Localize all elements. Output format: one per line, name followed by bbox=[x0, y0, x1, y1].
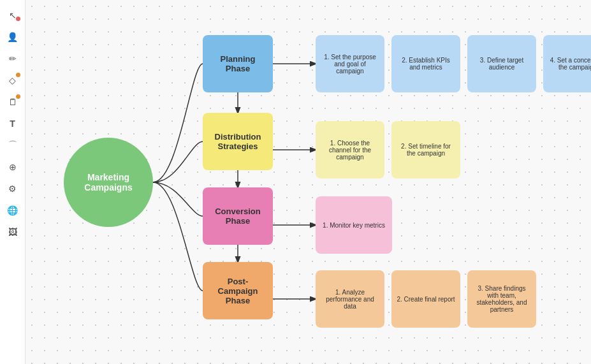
planning-card-4[interactable]: 4. Set a concept for the campaign bbox=[543, 35, 591, 92]
image-icon[interactable]: 🖼 bbox=[4, 223, 22, 241]
network-icon[interactable]: ⊕ bbox=[4, 158, 22, 176]
phase-postcampaign[interactable]: Post-Campaign Phase bbox=[203, 262, 273, 319]
globe-icon[interactable]: 🌐 bbox=[4, 201, 22, 219]
conversion-card-1[interactable]: 1. Monitor key metrics bbox=[316, 196, 392, 254]
planning-card-3[interactable]: 3. Define target audience bbox=[467, 35, 536, 92]
planning-card-1[interactable]: 1. Set the purpose and goal of campaign bbox=[316, 35, 384, 92]
postcampaign-card-1[interactable]: 1. Analyze performance and data bbox=[316, 270, 384, 328]
phase-conversion[interactable]: Conversion Phase bbox=[203, 187, 273, 245]
postcampaign-card-3[interactable]: 3. Share findings with team, stakeholder… bbox=[467, 270, 536, 328]
connector-icon[interactable]: ⌒ bbox=[4, 136, 22, 154]
cursor-icon[interactable]: ↖ bbox=[4, 6, 22, 24]
canvas: Marketing Campaigns Planning Phase Distr… bbox=[26, 0, 591, 364]
postcampaign-card-2[interactable]: 2. Create final report bbox=[391, 270, 460, 328]
central-node[interactable]: Marketing Campaigns bbox=[64, 138, 153, 227]
distribution-card-1[interactable]: 1. Choose the channel for the campaign bbox=[316, 121, 384, 178]
settings-icon[interactable]: ⚙ bbox=[4, 180, 22, 198]
sidebar: ↖ 👤 ✏ ◇ 🗒 T ⌒ ⊕ ⚙ 🌐 🖼 bbox=[0, 0, 26, 364]
planning-card-2[interactable]: 2. Establish KPIs and metrics bbox=[391, 35, 460, 92]
distribution-card-2[interactable]: 2. Set timeline for the campaign bbox=[391, 121, 460, 178]
phase-distribution[interactable]: Distribution Strategies bbox=[203, 113, 273, 170]
phase-planning[interactable]: Planning Phase bbox=[203, 35, 273, 92]
pencil-icon[interactable]: ✏ bbox=[4, 50, 22, 68]
text-icon[interactable]: T bbox=[4, 115, 22, 133]
person-icon[interactable]: 👤 bbox=[4, 28, 22, 46]
